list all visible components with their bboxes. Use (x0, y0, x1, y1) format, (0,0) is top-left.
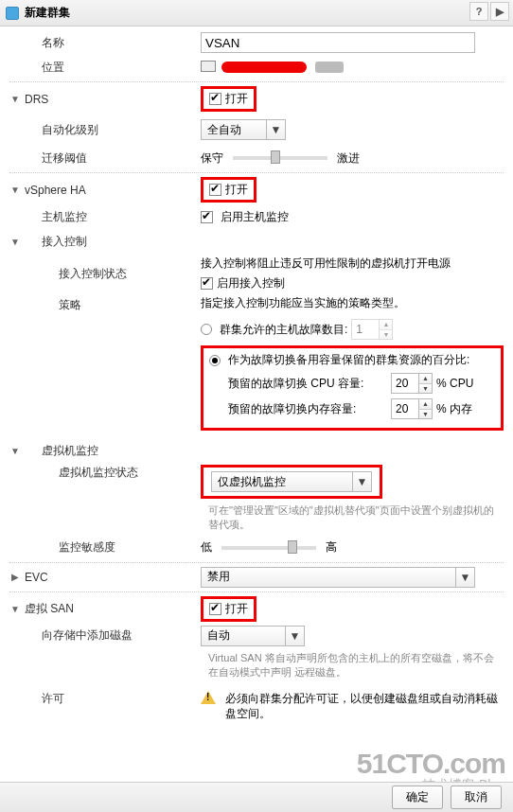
collapse-icon[interactable]: ▼ (9, 446, 21, 456)
admission-desc: 接入控制将阻止违反可用性限制的虚拟机打开电源 (201, 256, 451, 272)
ok-button[interactable]: 确定 (392, 786, 443, 809)
slider-low-label: 保守 (201, 150, 223, 167)
titlebar: 新建群集 ? ▶ (0, 0, 513, 26)
policy-label: 策略 (21, 295, 201, 313)
drs-enable-checkbox[interactable] (209, 93, 221, 105)
vsan-add-select[interactable]: 自动▼ (201, 626, 305, 646)
ha-enable-checkbox[interactable] (209, 184, 221, 196)
evc-select[interactable]: 禁用▼ (201, 567, 475, 588)
vsan-label: 虚拟 SAN (21, 601, 201, 617)
vsan-enable-checkbox[interactable] (209, 603, 221, 615)
location-redacted-2 (315, 62, 344, 73)
mem-reserve-spinner[interactable]: 20 ▲▼ (391, 398, 433, 419)
collapse-icon[interactable]: ▼ (9, 604, 21, 614)
mem-reserve-label: 预留的故障切换内存容量: (213, 401, 387, 417)
collapse-icon[interactable]: ▼ (9, 94, 21, 104)
ha-open-label: 打开 (225, 182, 248, 198)
admission-state-label: 接入控制状态 (21, 266, 201, 282)
policy-radio-percent[interactable] (209, 355, 221, 366)
admission-enable-checkbox[interactable] (201, 277, 213, 290)
evc-label: EVC (21, 571, 201, 584)
vm-monitor-label: 虚拟机监控 (21, 443, 201, 459)
sensitivity-slider[interactable] (221, 546, 316, 550)
license-label: 许可 (21, 691, 201, 707)
automation-label: 自动化级别 (21, 122, 201, 138)
host-monitor-value: 启用主机监控 (221, 209, 289, 225)
ha-label: vSphere HA (21, 184, 201, 197)
slider-high-label: 激进 (337, 150, 360, 167)
migration-slider[interactable] (233, 156, 327, 160)
cpu-reserve-spinner[interactable]: 20 ▲▼ (391, 373, 433, 394)
admission-enable-label: 启用接入控制 (217, 275, 285, 291)
vsan-add-label: 向存储中添加磁盘 (21, 627, 201, 644)
drs-label: DRS (21, 93, 201, 106)
sensitivity-label: 监控敏感度 (21, 539, 201, 556)
policy-percentage-box: 作为故障切换备用容量保留的群集资源的百分比: 预留的故障切换 CPU 容量: 2… (201, 345, 504, 431)
pin-icon[interactable]: ▶ (490, 2, 509, 21)
host-monitor-label: 主机监控 (21, 209, 201, 225)
policy-radio1-label: 群集允许的主机故障数目: (220, 322, 347, 338)
cluster-icon (6, 7, 19, 20)
help-icon[interactable]: ? (469, 2, 488, 21)
window-title: 新建群集 (25, 5, 70, 21)
content-area: 名称 位置 ▼ DRS 打开 自动化级别 全自动▼ (0, 26, 513, 774)
datacenter-icon (201, 61, 218, 74)
sensitivity-high: 高 (326, 539, 337, 556)
policy-desc: 指定接入控制功能应当实施的策略类型。 (201, 295, 504, 311)
migration-label: 迁移阈值 (21, 150, 201, 167)
mem-reserve-unit: % 内存 (436, 401, 495, 417)
vsan-open-label: 打开 (225, 601, 248, 617)
footer: 确定 取消 (0, 782, 513, 812)
vm-monitor-select[interactable]: 仅虚拟机监控▼ (211, 471, 372, 492)
cpu-reserve-unit: % CPU (436, 377, 495, 390)
vm-monitor-note: 可在"管理设置"区域的"虚拟机替代项"页面中设置个别虚拟机的替代项。 (9, 501, 504, 536)
sensitivity-low: 低 (201, 539, 212, 556)
vm-monitor-state-label: 虚拟机监控状态 (21, 465, 201, 481)
location-redacted (221, 62, 307, 73)
host-monitor-checkbox[interactable] (201, 211, 213, 223)
collapse-icon[interactable]: ▼ (9, 185, 21, 195)
vsan-note: Virtual SAN 将自动声明所包含的主机上的所有空磁盘，将不会在自动模式中… (9, 648, 504, 683)
collapse-icon[interactable]: ▼ (9, 237, 21, 247)
expand-icon[interactable]: ▶ (9, 572, 21, 582)
drs-open-label: 打开 (225, 91, 248, 107)
location-label: 位置 (21, 60, 201, 76)
policy-radio-hostfail[interactable] (201, 324, 212, 335)
license-warning: 必须向群集分配许可证，以便创建磁盘组或自动消耗磁盘空间。 (225, 691, 504, 723)
hostfail-spinner[interactable]: 1 ▲▼ (351, 319, 393, 340)
cpu-reserve-label: 预留的故障切换 CPU 容量: (213, 376, 387, 392)
policy-radio2-label: 作为故障切换备用容量保留的群集资源的百分比: (228, 352, 469, 368)
admission-label: 接入控制 (21, 234, 201, 250)
automation-select[interactable]: 全自动▼ (201, 119, 286, 140)
name-input[interactable] (201, 32, 475, 53)
cancel-button[interactable]: 取消 (451, 786, 502, 809)
warning-icon (201, 691, 216, 704)
name-label: 名称 (21, 35, 201, 51)
